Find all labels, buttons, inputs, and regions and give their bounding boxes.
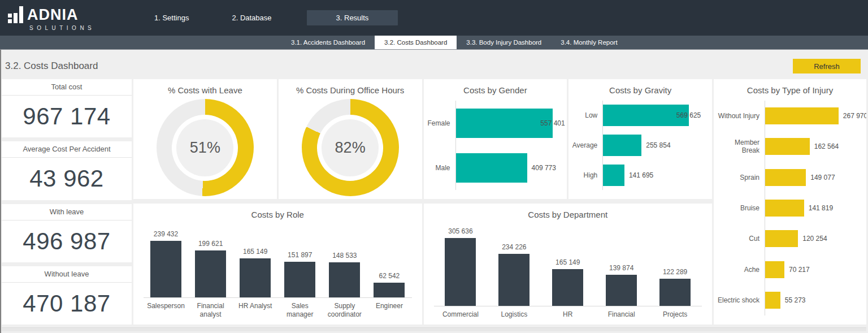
bar-value-label: 148 533 [332,252,357,260]
brand-name: ADNIA [27,6,79,23]
nav-item-results[interactable]: 3. Results [307,10,398,25]
bar-column: 165 149 [233,248,277,297]
bar-row: Male409 773 [426,145,564,190]
bar-chart-costs-by-role: 239 432199 621165 149151 897148 53362 54… [133,220,422,325]
kpi-without-leave: Without leave 470 187 [2,266,132,325]
chart-title: % Costs During Office Hours [279,79,422,96]
refresh-button[interactable]: Refresh [793,59,861,73]
bar-value-label: 141 695 [629,171,653,179]
bar-value-label: 305 636 [448,227,472,235]
bar-value-label: 234 226 [502,243,526,251]
bar-category-label: HR Analyst [233,302,277,319]
bar [552,269,583,306]
bar-category-label: Member Break [716,139,765,154]
chart-title: Costs by Gender [424,79,567,96]
bar-value-label: 199 621 [198,240,223,248]
bar-value-label: 557 401 [540,119,565,127]
panel-costs-by-role: Costs by Role 239 432199 621165 149151 8… [133,204,422,325]
tab-costs-dashboard[interactable]: 3.2. Costs Dashboard [375,36,457,49]
tab-accidents-dashboard[interactable]: 3.1. Accidents Dashboard [281,36,375,49]
bar-column: 62 542 [367,272,411,297]
nav-item-settings[interactable]: 1. Settings [146,11,197,25]
bar-row: Without Injury267 970 [716,101,863,131]
bar-category-label: High [571,171,602,179]
bar-category-label: Projects [648,310,702,319]
bar [603,165,624,186]
kpi-column: Total cost 967 174 Average Cost Per Acci… [2,79,132,325]
bar [195,250,226,297]
kpi-label: Total cost [2,79,132,96]
dashboard-grid: Total cost 967 174 Average Cost Per Acci… [2,79,866,325]
bar-value-label: 569 625 [676,111,701,119]
chart-title: Costs by Gravity [568,79,712,96]
bar-category-label: Low [571,111,602,119]
bar-category-label: Electric shock [716,296,765,304]
sub-nav: 3.1. Accidents Dashboard 3.2. Costs Dash… [0,36,868,50]
kpi-value: 967 174 [2,96,132,137]
adnia-logo: ADNIA SOLUTIONS [8,5,93,31]
bar-chart-logo-icon [8,5,23,23]
bar-row: Sprain149 077 [716,162,863,193]
bar-chart-costs-by-type-of-injury: Without Injury267 970Member Break162 564… [714,96,866,325]
kpi-label: Without leave [2,266,132,283]
chart-title: Costs by Department [424,204,713,220]
donut-percent-label: 51% [176,119,233,176]
donut-percent-label: 82% [322,119,379,176]
bar-value-label: 70 217 [789,266,810,274]
bar-row: Female557 401 [426,101,564,145]
bar-row: High141 695 [571,160,709,190]
bar-row: Low569 625 [571,101,709,131]
bar-value-label: 62 542 [379,272,400,280]
bar [329,262,360,297]
bar-value-label: 239 432 [154,230,178,238]
bar-row: Member Break162 564 [716,131,863,162]
bar [240,258,271,297]
kpi-average-cost-per-accident: Average Cost Per Accident 43 962 [2,141,132,200]
bar [765,261,784,278]
tab-body-injury-dashboard[interactable]: 3.3. Body Injury Dashbord [457,36,551,49]
bar [603,105,688,126]
bar-value-label: 139 874 [609,264,633,272]
tab-monthly-report[interactable]: 3.4. Monthly Report [551,36,627,49]
plot-area: 239 432199 621165 149151 897148 53362 54… [144,229,412,298]
dashboard-content: 3.2. Costs Dashboard Refresh Total cost … [0,50,868,333]
bar [765,107,839,124]
bar-row: Ache70 217 [716,254,863,284]
donut-chart: 51% [157,99,254,196]
kpi-value: 43 962 [2,158,132,200]
bar-column: 139 874 [594,264,648,306]
bar-column: 199 621 [188,240,233,297]
bar-value-label: 165 149 [555,258,580,266]
kpi-value: 496 987 [2,220,132,262]
bar-value-label: 162 564 [814,142,839,150]
bar-chart-costs-by-gender: Female557 401Male409 773 [424,96,567,199]
nav-item-database[interactable]: 2. Database [224,11,279,25]
bar-value-label: 120 254 [802,235,827,243]
bar [374,283,405,297]
bar [765,138,810,155]
bar-value-label: 165 149 [243,248,267,256]
bar-value-label: 255 854 [646,141,670,149]
bar [456,153,527,183]
bar-category-label: Financial [594,310,648,319]
donut-chart: 82% [302,99,399,196]
bar-row: Bruise141 819 [716,193,863,223]
bar-value-label: 409 773 [532,164,556,172]
bar [765,230,798,247]
bar [765,169,806,186]
bar-category-label: Male [426,164,455,172]
bar-category-label: Engineer [367,302,411,319]
panel-costs-office-hours: % Costs During Office Hours 82% [279,79,422,199]
bar-chart-costs-by-gravity: Low569 625Average255 854High141 695 [568,96,712,199]
bar-row: Electric shock55 273 [716,285,863,315]
bar [659,279,691,306]
kpi-with-leave: With leave 496 987 [2,204,132,262]
bar-chart-costs-by-department: 305 636234 226165 149139 874122 289Comme… [424,220,713,325]
bar-column: 148 533 [322,252,367,297]
main-nav: 1. Settings 2. Database 3. Results [146,10,425,25]
bar-value-label: 55 273 [785,296,806,304]
bar-category-label: Average [571,141,602,149]
page-title: 3.2. Costs Dashboard [5,60,98,72]
bar-category-label: Without Injury [716,112,765,120]
bar-category-label: Logistics [487,310,541,319]
